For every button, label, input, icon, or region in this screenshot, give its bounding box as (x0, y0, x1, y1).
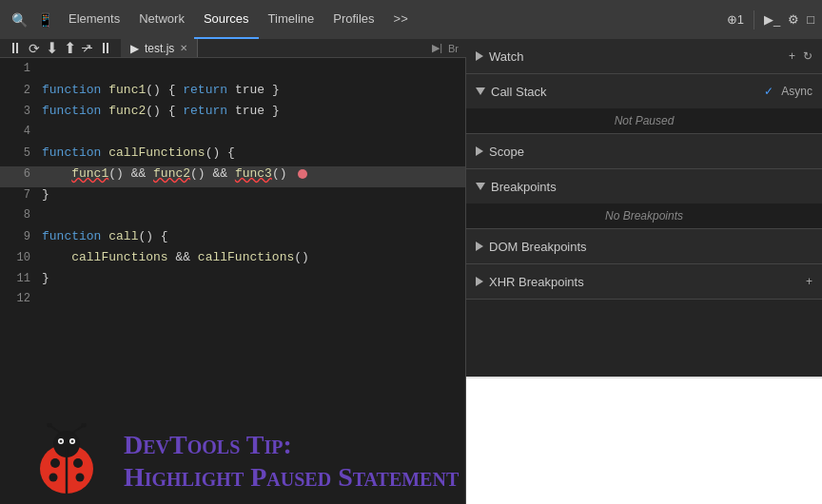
nav-bar: Elements Network Sources Timeline Profil… (59, 0, 418, 39)
code-line-10: 10 callFunctions && callFunctions() (0, 250, 465, 271)
breakpoints-label: Breakpoints (491, 180, 557, 194)
settings-icon[interactable]: ⚙ (788, 12, 799, 27)
code-line-3: 3 function func2() { return true } (0, 104, 465, 125)
xhr-breakpoints-header[interactable]: XHR Breakpoints + (466, 264, 822, 299)
code-line-2: 2 function func1() { return true } (0, 83, 465, 104)
left-panel: ⏸ ⟳ ⬇ ⬆ ↗ ⏸ ▶ test.js ✕ ▶| Br 1 (0, 39, 466, 377)
device-icon[interactable]: 📱 (33, 10, 57, 29)
svg-point-10 (71, 439, 74, 442)
nav-sources[interactable]: Sources (194, 0, 259, 39)
dom-breakpoints-section: DOM Breakpoints (466, 229, 822, 264)
async-check-icon: ✓ (764, 85, 773, 98)
ladybug-icon (29, 423, 105, 499)
nav-more[interactable]: >> (384, 0, 418, 39)
search-icon[interactable]: 🔍 (8, 10, 31, 29)
devtools-area: ⏸ ⟳ ⬇ ⬆ ↗ ⏸ ▶ test.js ✕ ▶| Br 1 (0, 39, 822, 377)
call-stack-content: Not Paused (466, 108, 822, 133)
watch-section: Watch + ↻ (466, 39, 822, 74)
xhr-breakpoints-toggle-icon (476, 277, 483, 286)
nav-timeline[interactable]: Timeline (259, 0, 324, 39)
xhr-add-icon[interactable]: + (806, 275, 812, 288)
svg-point-5 (49, 473, 58, 481)
tabbar: ⏸ ⟳ ⬇ ⬆ ↗ ⏸ ▶ test.js ✕ ▶| Br (0, 39, 466, 58)
call-stack-header[interactable]: Call Stack ✓ Async (466, 74, 822, 108)
code-line-11: 11 } (0, 271, 465, 292)
breakpoints-toggle-icon (476, 183, 485, 190)
call-stack-section: Call Stack ✓ Async Not Paused (466, 74, 822, 134)
pause-button[interactable]: ⏸ (8, 40, 23, 57)
watch-header[interactable]: Watch + ↻ (466, 39, 822, 73)
breakpoints-section: Breakpoints No Breakpoints (466, 169, 822, 229)
breakpoints-status: No Breakpoints (605, 209, 683, 223)
tip-subtitle: Highlight Paused Statement (124, 461, 459, 494)
scope-section: Scope (466, 134, 822, 169)
code-line-4: 4 (0, 125, 465, 145)
code-line-7: 7 } (0, 187, 465, 208)
scope-label: Scope (489, 145, 524, 159)
toolbar: 🔍 📱 Elements Network Sources Timeline Pr… (0, 0, 822, 39)
deactivate-button[interactable]: ⏸ (98, 40, 113, 57)
breakpoints-content: No Breakpoints (466, 204, 822, 228)
console-count: ⊕1 (727, 12, 744, 27)
nav-elements[interactable]: Elements (59, 0, 129, 39)
reload-button[interactable]: ⟳ (29, 41, 40, 56)
async-label: Async (781, 85, 812, 98)
svg-point-4 (73, 458, 83, 468)
xhr-breakpoints-section: XHR Breakpoints + (466, 264, 822, 300)
xhr-breakpoints-label: XHR Breakpoints (489, 275, 584, 289)
scope-header[interactable]: Scope (466, 134, 822, 168)
nav-profiles[interactable]: Profiles (323, 0, 383, 39)
tip-title: DevTools Tip: (124, 429, 459, 461)
call-stack-label: Call Stack (491, 85, 547, 99)
dom-breakpoints-toggle-icon (476, 242, 483, 251)
call-stack-toggle-icon (476, 87, 485, 95)
svg-point-3 (50, 458, 60, 468)
watch-add-icon[interactable]: + (789, 49, 795, 63)
file-tab-testjs[interactable]: ▶ test.js ✕ (121, 39, 198, 57)
breakpoints-header[interactable]: Breakpoints (466, 169, 822, 204)
code-line-6: 6 func1() && func2() && func3() (0, 166, 465, 187)
call-stack-status: Not Paused (615, 114, 675, 127)
file-icon: ▶ (130, 42, 139, 55)
debug-controls: ⏸ ⟳ ⬇ ⬆ ↗ ⏸ (0, 39, 121, 57)
step-over-button[interactable]: ⬇ (46, 39, 58, 57)
step-into-button[interactable]: ⬆ (64, 39, 76, 57)
nav-network[interactable]: Network (129, 0, 194, 39)
watch-label: Watch (489, 49, 523, 64)
dom-breakpoints-label: DOM Breakpoints (489, 240, 587, 254)
breakpoint-icon[interactable]: Br (448, 43, 459, 54)
svg-point-6 (76, 473, 85, 481)
window-icon[interactable]: □ (807, 12, 814, 27)
code-line-9: 9 function call() { (0, 229, 465, 250)
file-name: test.js (145, 42, 174, 55)
toolbar-right: ⊕1 ▶_ ⚙ □ (727, 10, 814, 29)
close-tab-button[interactable]: ✕ (180, 43, 187, 53)
svg-point-9 (60, 439, 63, 442)
file-tab-icons: ▶| Br (432, 42, 466, 54)
code-line-8: 8 (0, 208, 465, 229)
tip-text: DevTools Tip: Highlight Paused Statement (124, 429, 459, 493)
watch-refresh-icon[interactable]: ↻ (803, 49, 812, 63)
scope-toggle-icon (476, 146, 483, 156)
code-line-12: 12 (0, 292, 465, 313)
dom-breakpoints-header[interactable]: DOM Breakpoints (466, 229, 822, 263)
console-icon[interactable]: ▶_ (764, 12, 780, 27)
code-line-1: 1 (0, 62, 465, 83)
pretty-print-icon[interactable]: ▶| (432, 42, 442, 54)
step-out-button[interactable]: ↗ (82, 41, 92, 55)
watch-toggle-icon (476, 51, 483, 61)
right-panel: Watch + ↻ Call Stack ✓ Async (466, 39, 822, 377)
code-line-5: 5 function callFunctions() { (0, 145, 465, 166)
